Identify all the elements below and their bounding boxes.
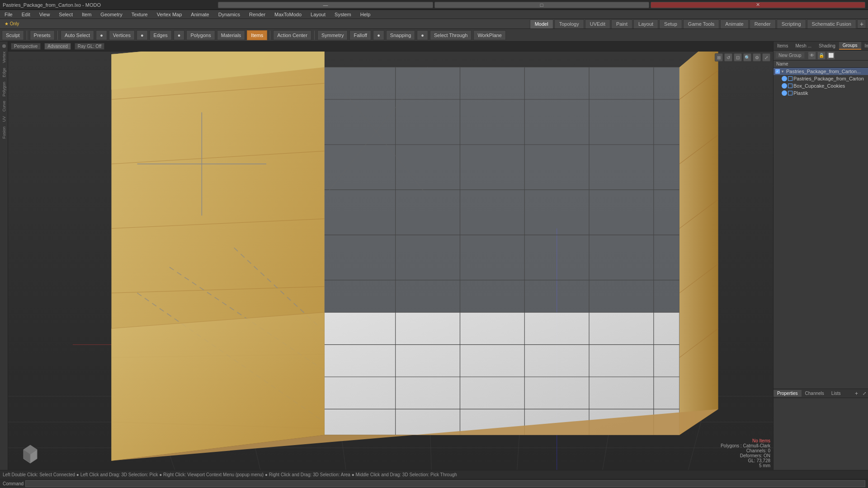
mesh-icon xyxy=(788,91,793,95)
edges-icon[interactable]: ● xyxy=(137,30,148,40)
tab-layout[interactable]: Layout xyxy=(633,19,658,28)
sidebar-item-fusion[interactable]: Fusion xyxy=(1,125,7,141)
bottom-right-tab-lists[interactable]: Lists xyxy=(828,390,844,397)
menu-item-system[interactable]: System xyxy=(333,11,353,18)
symmetry-button[interactable]: Symmetry xyxy=(317,30,348,40)
advanced-button[interactable]: Advanced xyxy=(44,43,71,50)
vp-layout-icon[interactable]: ⊞ xyxy=(715,53,723,61)
auto-select-button[interactable]: Auto Select xyxy=(61,30,94,40)
menu-item-view[interactable]: View xyxy=(38,11,52,18)
maximize-button[interactable]: □ xyxy=(434,2,649,8)
sidebar-item-vertex[interactable]: Vertex xyxy=(1,50,7,65)
snapping-icon[interactable]: ● xyxy=(373,30,384,40)
tab-game-tools[interactable]: Game Tools xyxy=(683,19,720,28)
polygons-icon[interactable]: ● xyxy=(174,30,185,40)
main-layout: VertexEdgePolygonCurveUVFusion Perspecti… xyxy=(0,42,868,470)
visibility-icon[interactable]: ✓ xyxy=(775,69,780,74)
presets-button[interactable]: Presets xyxy=(30,30,55,40)
sidebar-expand-icon[interactable] xyxy=(2,44,6,48)
expand-arrow-icon[interactable]: ▼ xyxy=(781,70,784,74)
tab-uvedit[interactable]: UVEdit xyxy=(585,19,610,28)
right-panel-tab-shading[interactable]: Shading xyxy=(815,42,839,49)
right-panel-tab-groups[interactable]: Groups xyxy=(839,42,861,50)
action-center-button[interactable]: Action Center xyxy=(273,30,311,40)
toolbar-separator xyxy=(27,31,27,40)
sel-through-icon[interactable]: ● xyxy=(417,30,428,40)
scene-list[interactable]: ✓▼Pastries_Package_from_Carton...Pastrie… xyxy=(774,68,868,389)
new-group-button[interactable]: New Group xyxy=(775,52,805,59)
select-through-button[interactable]: Select Through xyxy=(430,30,472,40)
rp-eye-icon[interactable]: 👁 xyxy=(808,52,816,60)
menu-item-help[interactable]: Help xyxy=(359,11,373,18)
menu-item-select[interactable]: Select xyxy=(57,11,75,18)
scene-item-3[interactable]: Plastik xyxy=(774,89,868,97)
right-panel-tab-items[interactable]: Items xyxy=(774,42,792,49)
bottom-right-tab-channels[interactable]: Channels xyxy=(802,390,828,397)
vertices-button[interactable]: Vertices xyxy=(109,30,135,40)
visibility-dot[interactable] xyxy=(782,76,787,81)
right-panel-tabs: ItemsMesh ...ShadingGroupsImages⤢ xyxy=(774,42,868,51)
bottom-right-add-icon[interactable]: + xyxy=(852,389,861,398)
tab-add-button[interactable]: + xyxy=(857,19,866,28)
sidebar-item-edge[interactable]: Edge xyxy=(1,66,7,79)
vp-search-icon[interactable]: 🔍 xyxy=(743,53,751,61)
tab-schematic-fusion[interactable]: Schematic Fusion xyxy=(807,19,856,28)
vertices-icon[interactable]: ● xyxy=(96,30,107,40)
scene-item-0[interactable]: ✓▼Pastries_Package_from_Carton... xyxy=(774,68,868,75)
menu-item-vertex map[interactable]: Vertex Map xyxy=(155,11,184,18)
status-bar: Left Double Click: Select Connected ● Le… xyxy=(0,470,868,479)
star-only-button[interactable]: ★ Only xyxy=(2,21,22,26)
visibility-dot[interactable] xyxy=(782,90,787,96)
sidebar-item-uv[interactable]: UV xyxy=(1,114,7,124)
ray-gl-button[interactable]: Ray GL: Off xyxy=(75,43,105,50)
menu-item-file[interactable]: File xyxy=(3,11,14,18)
sculpt-button[interactable]: Sculpt xyxy=(2,30,24,40)
rp-mesh-icon[interactable]: ⬜ xyxy=(827,52,835,60)
right-panel-tab-mesh-...[interactable]: Mesh ... xyxy=(792,42,815,49)
menu-item-render[interactable]: Render xyxy=(247,11,267,18)
items-button[interactable]: Items xyxy=(247,30,267,40)
bottom-right-expand-icon[interactable]: ⤢ xyxy=(861,390,868,397)
menu-item-dynamics[interactable]: Dynamics xyxy=(217,11,242,18)
falloff-button[interactable]: Falloff xyxy=(349,30,371,40)
command-input[interactable] xyxy=(25,480,865,487)
menu-item-animate[interactable]: Animate xyxy=(189,11,211,18)
vp-zoom-fit-icon[interactable]: ⊡ xyxy=(734,53,742,61)
menu-item-layout[interactable]: Layout xyxy=(309,11,327,18)
bottom-right-tabs: PropertiesChannelsLists+⤢ xyxy=(774,389,868,398)
close-button[interactable]: ✕ xyxy=(651,2,865,8)
right-panel-tab-images[interactable]: Images xyxy=(861,42,868,49)
tab-model[interactable]: Model xyxy=(530,19,553,28)
bottom-right-tab-properties[interactable]: Properties xyxy=(774,390,802,397)
tab-topology[interactable]: Topology xyxy=(554,19,584,28)
polygons-button[interactable]: Polygons xyxy=(186,30,215,40)
menu-item-item[interactable]: Item xyxy=(80,11,93,18)
vp-expand-icon[interactable]: ⤢ xyxy=(762,53,770,61)
tab-paint[interactable]: Paint xyxy=(611,19,632,28)
rp-lock-icon[interactable]: 🔒 xyxy=(817,52,826,60)
perspective-button[interactable]: Perspective xyxy=(11,43,41,50)
tab-render[interactable]: Render xyxy=(750,19,776,28)
menu-item-texture[interactable]: Texture xyxy=(130,11,150,18)
sidebar-item-curve[interactable]: Curve xyxy=(1,99,7,113)
scene-item-2[interactable]: Box_Cupcake_Cookies xyxy=(774,82,868,89)
sidebar-item-polygon[interactable]: Polygon xyxy=(1,80,7,99)
viewport-area[interactable]: Perspective Advanced Ray GL: Off ⊞ ↺ ⊡ 🔍… xyxy=(8,42,773,470)
visibility-dot[interactable] xyxy=(782,83,787,89)
tab-setup[interactable]: Setup xyxy=(659,19,682,28)
edges-button[interactable]: Edges xyxy=(150,30,172,40)
menu-item-maxtomodo[interactable]: MaxToModo xyxy=(273,11,303,18)
tab-animate[interactable]: Animate xyxy=(720,19,748,28)
viewport-overlay-icons: ⊞ ↺ ⊡ 🔍 ⚙ ⤢ xyxy=(715,53,770,61)
materials-button[interactable]: Materials xyxy=(217,30,245,40)
vp-refresh-icon[interactable]: ↺ xyxy=(724,53,732,61)
svg-marker-15 xyxy=(325,312,679,435)
menu-item-geometry[interactable]: Geometry xyxy=(99,11,124,18)
minimize-button[interactable]: — xyxy=(218,2,433,8)
vp-settings-icon[interactable]: ⚙ xyxy=(753,53,761,61)
scene-item-1[interactable]: Pastries_Package_from_Carton xyxy=(774,75,868,82)
menu-item-edit[interactable]: Edit xyxy=(20,11,32,18)
snapping-button[interactable]: Snapping xyxy=(386,30,415,40)
tab-scripting[interactable]: Scripting xyxy=(777,19,806,28)
workplane-button[interactable]: WorkPlane xyxy=(473,30,506,40)
